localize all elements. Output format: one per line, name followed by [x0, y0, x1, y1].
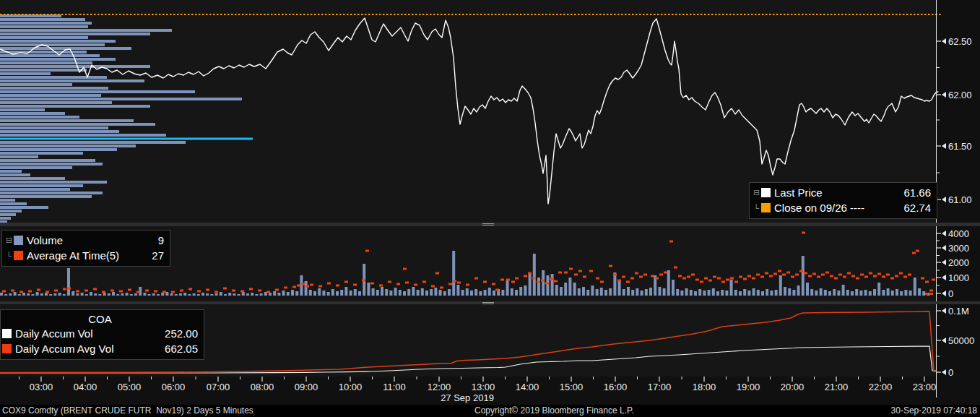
average-at-time-dot: [414, 284, 417, 286]
volume-bar: [14, 292, 17, 296]
average-at-time-dot: [119, 291, 123, 293]
volume-bar: [175, 294, 178, 296]
time-axis-label: 15:00: [560, 382, 584, 392]
volume-bar: [389, 291, 392, 296]
volume-bar: [350, 291, 352, 296]
volume-bar: [641, 291, 643, 296]
legend-row-close[interactable]: └ Close on 09/26 ---- 62.74: [752, 200, 931, 215]
volume-bar: [645, 289, 648, 296]
average-at-time-dot: [622, 276, 625, 278]
volume-bar: [246, 293, 249, 296]
average-at-time-dot: [232, 290, 235, 292]
volume-bar: [152, 293, 155, 296]
volume-bar: [287, 292, 290, 296]
volume-bar: [193, 293, 196, 296]
current-value-marker: [925, 293, 928, 295]
volume-bar: [439, 290, 442, 296]
volume-bar: [873, 289, 876, 296]
axis-tick-arrow-icon: [942, 143, 946, 149]
legend-row-last-price[interactable]: ⊟ Last Price 61.66: [752, 185, 931, 200]
time-axis-label: 13:00: [472, 382, 495, 392]
volume-bar: [269, 293, 272, 296]
average-at-time-dot: [674, 267, 677, 269]
average-at-time-dot: [700, 281, 703, 283]
tree-branch-icon: └: [752, 204, 761, 212]
volume-bar: [721, 290, 724, 296]
legend-row-daily-accum-vol[interactable]: Daily Accum Vol 252.00: [2, 326, 198, 341]
average-at-time-dot: [188, 288, 192, 291]
legend-row-daily-accum-avg-vol[interactable]: Daily Accum Avg Vol 662.05: [2, 341, 198, 356]
volume-bar: [743, 289, 746, 296]
average-at-time-dot: [327, 283, 331, 285]
average-at-time-dot: [756, 274, 760, 276]
volume-bar: [623, 289, 625, 296]
axis-tick-arrow-icon: [942, 275, 946, 280]
volume-profile-bar: [0, 61, 92, 64]
volume-profile-bar: [0, 76, 107, 79]
volume-bar: [698, 289, 701, 296]
tree-expander-icon[interactable]: ⊟: [752, 188, 761, 197]
average-at-time-dot: [405, 282, 409, 284]
current-value-marker: [932, 279, 935, 281]
daily-accum-vol-swatch-icon: [2, 329, 12, 338]
legend-row-volume[interactable]: ⊟ Volume 9: [4, 233, 164, 248]
volume-bar: [322, 291, 325, 296]
volume-axis-label: 4000: [948, 228, 969, 239]
average-at-time-dot: [626, 281, 630, 283]
volume-bar: [170, 293, 173, 296]
average-at-time-dot: [483, 281, 487, 283]
volume-bar: [9, 293, 12, 296]
volume-bar: [18, 294, 21, 296]
volume-bar: [255, 294, 258, 296]
average-at-time-dot: [93, 288, 97, 291]
average-at-time-dot: [569, 268, 573, 270]
average-at-time-label: Average At Time(5): [27, 249, 119, 262]
volume-bar: [470, 291, 473, 296]
average-at-time-dot: [726, 279, 729, 281]
average-at-time-dot: [422, 281, 426, 283]
volume-legend[interactable]: ⊟ Volume 9 └ Average At Time(5) 27: [1, 230, 170, 267]
time-axis-label: 10:00: [339, 382, 363, 392]
average-at-time-dot: [643, 274, 647, 276]
axis-tick-arrow-icon: [942, 369, 946, 375]
average-at-time-dot: [589, 270, 593, 272]
average-at-time-dot: [474, 278, 478, 280]
accum-legend[interactable]: COA Daily Accum Vol 252.00 Daily Accum A…: [0, 309, 204, 360]
average-at-time-dot: [492, 283, 495, 285]
volume-label: Volume: [27, 234, 63, 246]
average-at-time-dot: [825, 272, 829, 274]
volume-bar: [434, 288, 437, 296]
average-at-time-dot: [925, 281, 929, 283]
time-axis-label: 17:00: [648, 382, 672, 392]
time-axis-label: 03:00: [30, 382, 53, 392]
volume-bar: [909, 291, 912, 296]
volume-profile-bar: [0, 90, 195, 93]
volume-profile-bar: [0, 217, 11, 220]
volume-bar: [904, 290, 907, 296]
volume-profile-bar: [0, 155, 38, 158]
price-legend[interactable]: ⊟ Last Price 61.66 └ Close on 09/26 ----…: [749, 182, 937, 219]
average-at-time-dot: [67, 288, 71, 290]
volume-bar: [76, 293, 79, 296]
volume-bar: [479, 291, 482, 296]
last-price-value: 61.66: [896, 186, 931, 199]
legend-row-average-at-time[interactable]: └ Average At Time(5) 27: [4, 248, 164, 263]
tree-expander-icon[interactable]: ⊟: [4, 236, 14, 245]
volume-profile-bar: [0, 119, 134, 122]
volume-bar: [126, 293, 129, 296]
axis-tick-arrow-icon: [942, 308, 946, 314]
average-at-time-dot: [752, 278, 755, 280]
volume-bar: [578, 288, 581, 296]
volume-bar: [690, 290, 693, 296]
price-axis-label: 61.50: [948, 141, 972, 152]
average-at-time-dot: [830, 275, 833, 278]
volume-bar: [36, 292, 39, 296]
time-axis-label: 18:00: [693, 382, 716, 392]
volume-bar: [354, 289, 357, 296]
average-at-time-dot: [817, 276, 820, 278]
average-at-time-dot: [310, 284, 313, 286]
volume-profile-bar: [0, 141, 186, 144]
average-at-time-dot: [564, 272, 568, 274]
time-axis-label: 12:00: [428, 382, 451, 392]
volume-bar: [824, 290, 827, 296]
